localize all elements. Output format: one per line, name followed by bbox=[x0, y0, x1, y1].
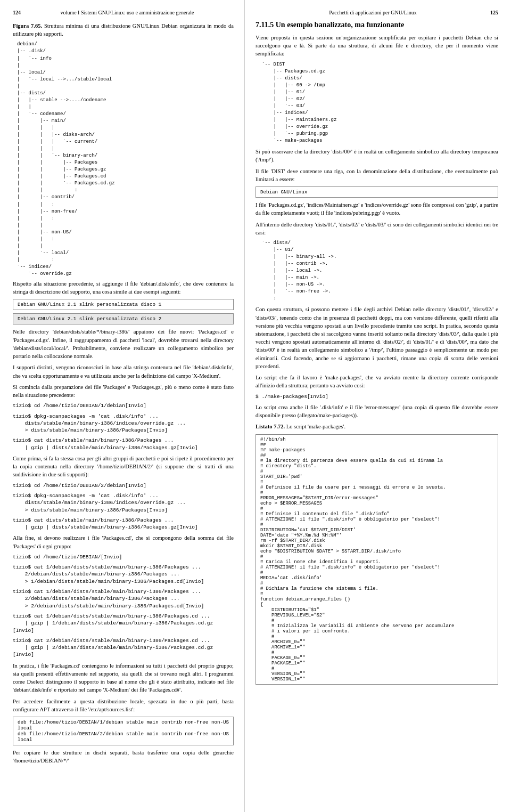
left-chapter-title: volume I Sistemi GNU/Linux: uso e ammini… bbox=[21, 10, 234, 15]
right-tree-2: `-- dists/ |-- 01/ | |-- binary-all ->. … bbox=[262, 240, 498, 302]
right-para-7: Lo script che fa il lavoro è 'make-packa… bbox=[256, 373, 498, 389]
left-para-9: Per copiare le due strutture in dischi s… bbox=[13, 749, 234, 765]
section-number: 7.11.5 bbox=[256, 21, 274, 29]
right-para-2: Si può osservare che la directory 'dists… bbox=[256, 148, 498, 164]
figure-caption: Figura 7.65. Struttura minima di una dis… bbox=[13, 22, 234, 38]
cmd-block-10: tizio$ cat 1/debian/dists/stable/main/bi… bbox=[13, 613, 234, 634]
box-disk2: Debian GNU/Linux 2.1 slink personalizzat… bbox=[13, 313, 234, 324]
right-page-number: 125 bbox=[490, 10, 498, 15]
right-tree-1: `-- DIST |-- Packages.cd.gz |-- dists/ |… bbox=[262, 61, 498, 145]
left-para-5: Come prima, si fa la stessa cosa per gli… bbox=[13, 454, 234, 479]
directory-tree-1: debian/ |-- .disk/ | `-- info | |-- loca… bbox=[17, 41, 234, 278]
right-para-5: All'interno delle directory 'dists/01/',… bbox=[256, 221, 498, 237]
cmd-block-11: tizio$ cat 2/debian/dists/stable/main/bi… bbox=[13, 637, 234, 659]
right-para-8: Lo script crea anche il file '.disk/info… bbox=[256, 403, 498, 419]
listato-label: Listato 7.72. bbox=[256, 424, 285, 429]
section-heading: 7.11.5 Un esempio banalizzato, ma funzio… bbox=[256, 21, 498, 29]
cmd-block-4: tizio$ cd /home/tizio/DEBIAN/2/debian[In… bbox=[13, 482, 234, 489]
right-para-3: Il file 'DIST' deve contenere una riga, … bbox=[256, 167, 498, 183]
figure-label: Figura 7.65. bbox=[13, 23, 42, 29]
cmd-block-5: tizio$ dpkg-scanpackages -m 'cat .disk/i… bbox=[13, 492, 234, 514]
right-figure-label: Listato 7.72. Lo script 'make-packages'. bbox=[256, 423, 498, 431]
left-para-4: Si comincia dalla preparazione dei file … bbox=[13, 383, 234, 399]
script-block: #!/bin/sh ## ## make-packages ## # la di… bbox=[256, 434, 498, 685]
sources-line-1: deb file:/home/tizio/DEBIAN/1/debian sta… bbox=[18, 719, 229, 731]
cmd-block-8: tizio$ cat 1/debian/dists/stable/main/bi… bbox=[13, 564, 234, 585]
cmd-block-9: tizio$ cat 1/debian/dists/stable/main/bi… bbox=[13, 588, 234, 610]
figure-desc: Struttura minima di una distribuzione GN… bbox=[13, 23, 234, 37]
box-sources-list: deb file:/home/tizio/DEBIAN/1/debian sta… bbox=[13, 717, 234, 745]
listato-desc: Lo script 'make-packages'. bbox=[286, 424, 345, 429]
section-title: Un esempio banalizzato, ma funzionante bbox=[276, 21, 405, 29]
left-para-6: Alla fine, si devono realizzare i file '… bbox=[13, 534, 234, 550]
box-disk1: Debian GNU/Linux 2.1 slink personalizzat… bbox=[13, 299, 234, 310]
cmd-block-1: tizio$ cd /home/tizio/DEBIAN/1/debian[In… bbox=[13, 402, 234, 409]
left-para-3: I supporti distinti, vengono riconosciut… bbox=[13, 363, 234, 379]
right-header: Pacchetti di applicazioni per GNU/Linux … bbox=[256, 10, 498, 15]
right-para-1: Viene proposta in questa sezione un'orga… bbox=[256, 34, 498, 58]
right-para-6: Con questa struttura, si possono mettere… bbox=[256, 305, 498, 370]
left-page-number: 124 bbox=[13, 10, 21, 15]
left-para-8: Per accedere facilmente a questa distrib… bbox=[13, 697, 234, 713]
right-cmd-1: $ ./make-packages[Invio] bbox=[256, 393, 498, 400]
right-chapter-title: Pacchetti di applicazioni per GNU/Linux bbox=[256, 10, 490, 15]
sources-line-2: deb file:/home/tizio/DEBIAN/2/debian sta… bbox=[18, 731, 229, 743]
cmd-block-3: tizio$ cat dists/stable/main/binary-i386… bbox=[13, 437, 234, 451]
dist-box: Debian GNU/Linux bbox=[256, 186, 498, 198]
left-para-2: Nelle directory 'debian/dists/stable/*/b… bbox=[13, 328, 234, 360]
left-header: 124 volume I Sistemi GNU/Linux: uso e am… bbox=[13, 10, 234, 15]
left-para-7: In pratica, i file 'Packages.cd' conteng… bbox=[13, 662, 234, 694]
right-column: Pacchetti di applicazioni per GNU/Linux … bbox=[245, 0, 511, 812]
cmd-block-7: tizio$ cd /home/tizio/DEBIAN/[Invio] bbox=[13, 554, 234, 561]
right-para-4: I file 'Packages.cd.gz', 'indices/Mainta… bbox=[256, 201, 498, 217]
left-para-1: Rispetto alla situazione precedente, si … bbox=[13, 280, 234, 296]
left-column: 124 volume I Sistemi GNU/Linux: uso e am… bbox=[0, 0, 245, 812]
cmd-block-6: tizio$ cat dists/stable/main/binary-i386… bbox=[13, 517, 234, 531]
cmd-block-2: tizio$ dpkg-scanpackages -m 'cat .disk/i… bbox=[13, 413, 234, 434]
